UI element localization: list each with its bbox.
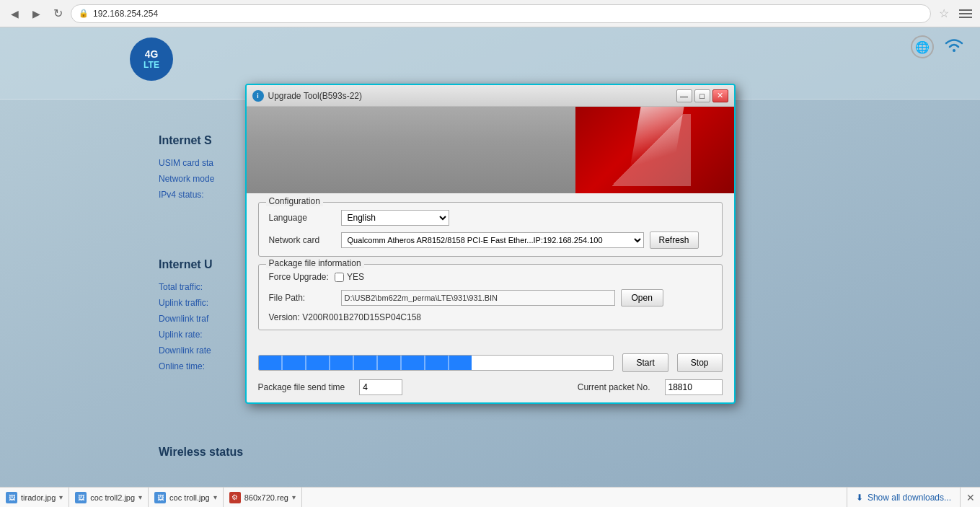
close-downloads-button[interactable]: ✕ [960,488,980,508]
download-item-3-arrow: ▾ [292,493,296,501]
dialog-body: Configuration Language English Chinese N… [247,193,734,346]
package-send-time-label: Package file send time [258,382,345,392]
download-item-2-name: coc troll.jpg [169,493,210,502]
download-item-2-icon: 🖼 [154,492,166,503]
version-row: Version: V200R001B270D15SP04C158 [269,312,712,322]
download-item-1[interactable]: 🖼 coc troll2.jpg ▾ [69,488,149,508]
menu-line [959,9,972,11]
show-all-label: Show all downloads... [868,493,951,503]
page-content: 4G LTE 🌐 Internet S USIM card sta Networ… [0,27,980,487]
prog-seg-3 [306,356,330,370]
download-item-0[interactable]: 🖼 tirador.jpg ▾ [0,488,69,508]
download-item-2-arrow: ▾ [213,493,217,501]
prog-seg-6 [378,356,402,370]
maximize-button[interactable]: □ [694,89,710,102]
dialog-header-image [247,107,734,193]
force-upgrade-row: Force Upgrade: YES [269,272,712,282]
prog-seg-4 [330,356,354,370]
refresh-page-button[interactable]: ↻ [49,5,66,22]
prog-seg-2 [283,356,306,370]
download-item-1-name: coc troll2.jpg [90,493,135,502]
language-label: Language [269,213,341,223]
file-path-row: File Path: Open [269,289,712,307]
header-gray-area [247,107,590,193]
force-upgrade-checkbox[interactable] [335,273,344,282]
lock-icon: 🔒 [79,9,89,18]
prog-seg-1 [259,356,283,370]
packet-row: Package file send time Current packet No… [258,379,723,395]
language-select[interactable]: English Chinese [341,210,449,226]
current-packet-input[interactable] [665,379,723,395]
prog-seg-8 [425,356,449,370]
package-info-group: Package file information Force Upgrade: … [258,264,723,330]
progress-row: Start Stop [258,353,723,372]
prog-seg-7 [402,356,425,370]
download-bar: 🖼 tirador.jpg ▾ 🖼 coc troll2.jpg ▾ 🖼 coc… [0,487,980,507]
download-item-0-icon: 🖼 [6,492,17,503]
browser-chrome: ◀ ▶ ↻ 🔒 192.168.254.254 ☆ [0,0,980,27]
dialog-title-buttons: — □ ✕ [676,89,728,102]
prog-seg-9 [449,356,472,370]
menu-line [959,17,972,18]
menu-line [959,13,972,14]
progress-area: Start Stop Package file send time Curren… [247,346,734,402]
open-button[interactable]: Open [621,289,663,307]
close-button[interactable]: ✕ [712,89,728,102]
minimize-button[interactable]: — [676,89,692,102]
file-path-input[interactable] [341,290,615,306]
back-button[interactable]: ◀ [6,5,23,22]
download-item-1-arrow: ▾ [138,493,142,501]
svg-point-0 [953,49,955,52]
progress-bar [258,355,614,371]
dialog-title: Upgrade Tool(B593s-22) [268,91,676,101]
header-red-area [575,107,734,193]
configuration-group-label: Configuration [266,196,323,206]
forward-button[interactable]: ▶ [27,5,45,22]
download-item-3[interactable]: ⚙ 860x720.reg ▾ [224,488,302,508]
progress-fill [259,356,472,370]
upgrade-tool-dialog: i Upgrade Tool(B593s-22) — □ ✕ Configura… [245,84,736,404]
version-label: Version: [269,312,303,322]
show-all-downloads-button[interactable]: ⬇ Show all downloads... [847,488,960,508]
file-path-label: File Path: [269,293,341,303]
header-stripe [625,107,684,193]
network-card-select[interactable]: Qualcomm Atheros AR8152/8158 PCI-E Fast … [341,232,644,248]
dialog-title-bar: i Upgrade Tool(B593s-22) — □ ✕ [247,85,734,107]
version-value: V200R001B270D15SP04C158 [302,312,421,322]
download-item-3-icon: ⚙ [229,492,241,503]
language-row: Language English Chinese [269,210,712,226]
download-arrow-icon: ⬇ [856,493,863,503]
bookmark-button[interactable]: ☆ [935,5,953,22]
current-packet-label: Current packet No. [578,382,650,392]
network-card-row: Network card Qualcomm Atheros AR8152/815… [269,232,712,249]
download-item-1-icon: 🖼 [75,492,87,503]
network-card-label: Network card [269,235,341,245]
address-text: 192.168.254.254 [93,9,158,19]
configuration-group: Configuration Language English Chinese N… [258,202,723,257]
dialog-overlay: i Upgrade Tool(B593s-22) — □ ✕ Configura… [0,55,980,467]
start-button[interactable]: Start [622,353,668,372]
address-bar[interactable]: 🔒 192.168.254.254 [71,4,931,23]
dialog-icon: i [252,90,264,102]
chrome-menu-button[interactable] [957,5,974,22]
package-info-label: Package file information [266,258,364,268]
download-item-0-name: tirador.jpg [21,493,56,502]
stop-button[interactable]: Stop [677,353,723,372]
download-item-0-arrow: ▾ [59,493,63,501]
refresh-button[interactable]: Refresh [650,232,699,249]
package-send-time-input[interactable] [359,379,402,395]
download-item-3-name: 860x720.reg [244,493,288,502]
yes-label: YES [347,272,364,282]
prog-seg-5 [354,356,378,370]
force-upgrade-label: Force Upgrade: [269,272,329,282]
download-item-2[interactable]: 🖼 coc troll.jpg ▾ [149,488,224,508]
